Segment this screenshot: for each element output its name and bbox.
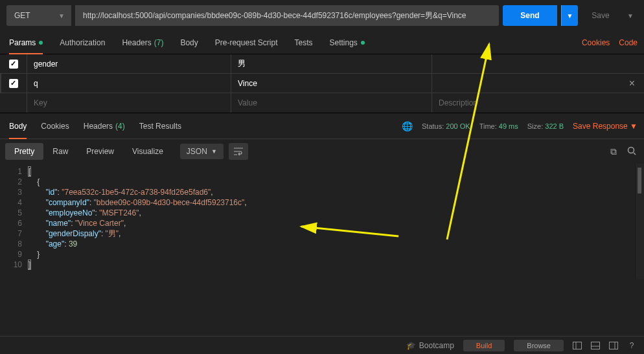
dot-indicator-icon [39, 41, 43, 45]
build-tab[interactable]: Build [463, 340, 505, 351]
response-body-editor[interactable]: 12345678910 [ { "id": "7eea532c-1be5-472… [0, 164, 644, 279]
panel-right-icon[interactable] [609, 341, 618, 350]
view-pretty[interactable]: Pretty [5, 143, 43, 160]
line-number-gutter: 12345678910 [0, 164, 29, 279]
chevron-down-icon: ▼ [58, 12, 65, 19]
tab-body[interactable]: Body [180, 31, 198, 54]
minimap[interactable] [635, 164, 644, 279]
http-method-label: GET [14, 11, 30, 20]
tab-authorization[interactable]: Authorization [60, 31, 105, 54]
tab-headers[interactable]: Headers (7) [122, 31, 163, 54]
code-link[interactable]: Code [619, 38, 638, 47]
tab-tests[interactable]: Tests [294, 31, 312, 54]
param-value-cell[interactable]: Vince [231, 74, 432, 93]
status-code: 200 OK [446, 122, 470, 130]
tab-prerequest[interactable]: Pre-request Script [215, 31, 278, 54]
send-button[interactable]: Send [503, 5, 557, 26]
param-key-placeholder[interactable]: Key [27, 93, 231, 113]
chevron-down-icon: ▼ [211, 148, 217, 155]
send-dropdown[interactable]: ▼ [561, 5, 578, 26]
response-tab-testresults[interactable]: Test Results [139, 113, 181, 139]
svg-line-1 [634, 153, 636, 155]
save-button[interactable]: Save [582, 5, 619, 26]
content-type-select[interactable]: JSON ▼ [180, 144, 224, 159]
view-preview[interactable]: Preview [77, 143, 123, 160]
response-tab-body[interactable]: Body [9, 113, 27, 139]
param-row-checkbox[interactable]: ✓ [9, 79, 18, 88]
view-visualize[interactable]: Visualize [123, 143, 172, 160]
param-row-checkbox[interactable]: ✓ [9, 60, 18, 69]
http-method-select[interactable]: GET ▼ [6, 5, 71, 26]
tab-params[interactable]: Params [9, 31, 43, 54]
bootcamp-icon: 🎓 [406, 341, 416, 350]
search-icon[interactable] [627, 146, 636, 157]
bootcamp-button[interactable]: 🎓 Bootcamp [406, 341, 454, 350]
panel-left-icon[interactable] [573, 341, 582, 350]
status-bar: 🎓 Bootcamp Build Browse ? [0, 336, 644, 354]
response-tab-headers[interactable]: Headers (4) [84, 113, 125, 139]
param-key-cell[interactable]: q [27, 74, 231, 93]
help-icon[interactable]: ? [627, 341, 636, 350]
status-size: 322 B [545, 122, 564, 130]
tab-settings[interactable]: Settings [330, 31, 365, 54]
view-raw[interactable]: Raw [43, 143, 77, 160]
cookies-link[interactable]: Cookies [582, 38, 610, 47]
globe-icon[interactable]: 🌐 [402, 121, 413, 131]
param-desc-cell[interactable] [432, 54, 644, 73]
dot-indicator-icon [361, 41, 365, 45]
browse-tab[interactable]: Browse [514, 340, 564, 351]
svg-rect-6 [610, 342, 618, 349]
svg-rect-4 [592, 342, 600, 349]
save-dropdown[interactable]: ▼ [623, 5, 638, 26]
copy-icon[interactable]: ⧉ [610, 146, 617, 157]
svg-rect-2 [573, 342, 582, 349]
wrap-icon [233, 147, 244, 156]
save-response-button[interactable]: Save Response ▼ [573, 122, 638, 131]
delete-row-icon[interactable]: × [629, 78, 635, 89]
param-value-cell[interactable]: 男 [231, 54, 432, 73]
svg-point-0 [628, 147, 634, 153]
param-desc-cell[interactable] [432, 74, 644, 93]
params-table: ✓ gender 男 ≡ ✓ q Vince × Key Value Descr… [0, 54, 644, 113]
panel-bottom-icon[interactable] [591, 341, 600, 350]
param-key-cell[interactable]: gender [27, 54, 231, 73]
param-desc-placeholder[interactable]: Description [432, 93, 644, 113]
request-url-text: http://localhost:5000/api/companies/bbde… [83, 10, 466, 21]
response-tab-cookies[interactable]: Cookies [41, 113, 69, 139]
wrap-lines-button[interactable] [229, 143, 248, 160]
param-value-placeholder[interactable]: Value [231, 93, 432, 113]
status-time: 49 ms [499, 122, 518, 130]
request-url-input[interactable]: http://localhost:5000/api/companies/bbde… [75, 5, 499, 26]
